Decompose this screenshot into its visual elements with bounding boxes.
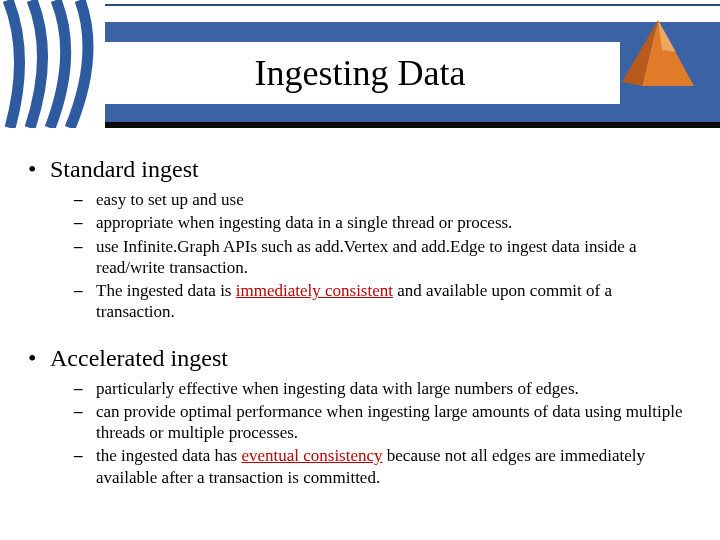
list-item-text: The ingested data is immediately consist… — [96, 280, 694, 323]
list-item-text: the ingested data has eventual consisten… — [96, 445, 694, 488]
slide-title: Ingesting Data — [100, 42, 620, 104]
slide-header: Ingesting Data — [0, 0, 720, 126]
dash-icon: – — [74, 212, 96, 233]
dash-icon: – — [74, 236, 96, 257]
bullet-heading: Standard ingest — [50, 156, 199, 183]
list-item-text: easy to set up and use — [96, 189, 694, 210]
bullet-accelerated-ingest: • Accelerated ingest — [26, 345, 694, 372]
dash-icon: – — [74, 445, 96, 466]
pyramid-logo-icon — [618, 16, 698, 94]
sublist-standard: –easy to set up and use–appropriate when… — [74, 189, 694, 323]
bullet-standard-ingest: • Standard ingest — [26, 156, 694, 183]
bullet-dot-icon: • — [26, 156, 50, 183]
header-banner-shadow — [0, 122, 720, 128]
list-item: –the ingested data has eventual consiste… — [74, 445, 694, 488]
bullet-heading: Accelerated ingest — [50, 345, 228, 372]
waves-logo-icon — [0, 0, 105, 128]
dash-icon: – — [74, 401, 96, 422]
list-item-text: use Infinite.Graph APIs such as add.Vert… — [96, 236, 694, 279]
bullet-dot-icon: • — [26, 345, 50, 372]
slide-content: • Standard ingest –easy to set up and us… — [0, 126, 720, 488]
list-item: –The ingested data is immediately consis… — [74, 280, 694, 323]
sublist-accelerated: –particularly effective when ingesting d… — [74, 378, 694, 488]
list-item: –use Infinite.Graph APIs such as add.Ver… — [74, 236, 694, 279]
list-item: –can provide optimal performance when in… — [74, 401, 694, 444]
list-item: –appropriate when ingesting data in a si… — [74, 212, 694, 233]
dash-icon: – — [74, 189, 96, 210]
list-item: –easy to set up and use — [74, 189, 694, 210]
list-item-text: can provide optimal performance when ing… — [96, 401, 694, 444]
header-top-line — [0, 4, 720, 6]
list-item-text: appropriate when ingesting data in a sin… — [96, 212, 694, 233]
list-item: –particularly effective when ingesting d… — [74, 378, 694, 399]
list-item-text: particularly effective when ingesting da… — [96, 378, 694, 399]
dash-icon: – — [74, 378, 96, 399]
dash-icon: – — [74, 280, 96, 301]
